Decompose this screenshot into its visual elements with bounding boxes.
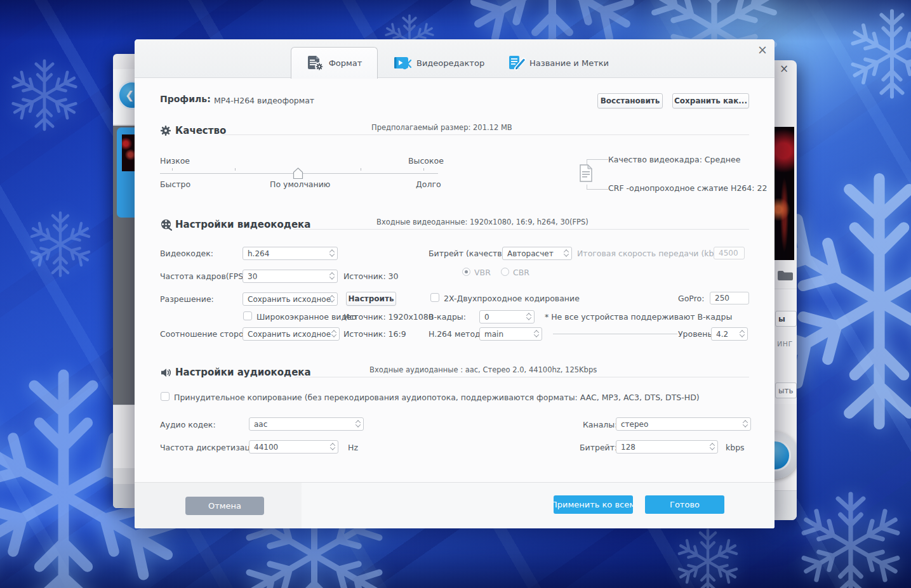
tab-editor[interactable]: Видеоредактор (394, 48, 495, 78)
resolution-label: Разрешение: (160, 294, 214, 304)
resolution-select[interactable]: Сохранить исходное (243, 292, 338, 306)
two-pass-label: 2X-Двухпроходное кодирование (444, 294, 580, 303)
slider-tick (361, 168, 361, 171)
gopro-label: GoPro: (678, 294, 704, 303)
stepper-arrows (527, 313, 531, 320)
video-input-info: Входные видеоданные: 1920x1080, 16:9, h2… (376, 218, 588, 226)
selected-video-item[interactable] (117, 127, 135, 218)
tab-tags[interactable]: Название и Метки (508, 48, 635, 78)
close-icon[interactable]: × (754, 41, 771, 58)
bframes-label: B-кадры: (429, 312, 466, 322)
tab-label: Название и Метки (529, 58, 609, 68)
folder-icon[interactable] (777, 270, 794, 281)
video-section-title: Настройки видеокодека (175, 219, 310, 230)
widescreen-label: Широкоэкранное видео (256, 312, 356, 322)
stepper-arrows (743, 420, 747, 428)
two-pass-checkbox[interactable] (430, 293, 439, 302)
audio-codec-label: Аудио кодек: (160, 420, 216, 429)
run-button-face (775, 440, 791, 471)
slider-label-default: По умолчанию (270, 180, 330, 189)
dialog-footer: Отмена Применить ко всем Готово (135, 482, 775, 528)
target-bitrate-input[interactable]: 4500 (714, 247, 745, 259)
stepper-arrows (332, 330, 336, 337)
profile-label: Профиль: (160, 94, 211, 104)
audio-codec-select[interactable]: aac (249, 417, 364, 431)
truncated-label: ИНГ (777, 340, 793, 348)
slider-tick (172, 168, 173, 171)
channels-label: Каналы: (583, 420, 617, 429)
slider-label-slow: Долго (416, 180, 441, 189)
bitrate-mode-select[interactable]: Авторасчет (502, 247, 572, 260)
apply-to-all-button[interactable]: Применить ко всем (554, 495, 633, 514)
truncated-button[interactable]: ыть (775, 382, 797, 398)
estimated-size-label: Предполагаемый размер: 201.12 MB (371, 123, 512, 132)
h264-method-select[interactable]: main (479, 327, 542, 341)
level-select[interactable]: 4.2 (711, 327, 748, 341)
gopro-input[interactable]: 250 (710, 292, 749, 304)
vbr-label: VBR (474, 268, 491, 277)
section-divider (293, 229, 749, 230)
crf-info: CRF -однопроходное сжатие H264: 22 (608, 183, 767, 193)
cbr-radio[interactable] (501, 268, 509, 276)
truncated-button[interactable]: ы (775, 311, 797, 327)
resolution-source: Источник: 1920x1080 (343, 312, 434, 322)
stepper-arrows (330, 249, 334, 257)
channels-select[interactable]: стерео (616, 417, 751, 431)
snowflake-decoration (673, 526, 743, 588)
film-scissors-icon (394, 55, 413, 70)
format-settings-dialog: Формат Видеоредактор (135, 39, 775, 528)
tab-label: Формат (329, 58, 362, 68)
force-copy-checkbox[interactable] (161, 392, 170, 401)
slider-tick (423, 168, 424, 171)
video-codec-select[interactable]: h.264 (243, 247, 338, 260)
sample-rate-select[interactable]: 44100 (249, 440, 338, 454)
quality-slider-handle[interactable] (293, 167, 303, 180)
tab-format[interactable]: Формат (291, 47, 378, 79)
fps-select[interactable]: 30 (243, 270, 338, 283)
video-codec-label: Видеокодек: (160, 249, 213, 258)
stepper-arrows (710, 443, 714, 450)
adjust-button[interactable]: Настроить (346, 292, 396, 306)
done-button[interactable]: Готово (645, 495, 724, 514)
snowflake-decoration (6, 57, 83, 133)
section-divider (222, 134, 749, 135)
quality-section-title: Качество (175, 125, 226, 136)
section-divider (295, 377, 749, 377)
fps-label: Частота кадров(FPS): (160, 271, 249, 281)
cancel-button[interactable]: Отмена (185, 497, 264, 515)
status-strip (113, 468, 135, 484)
stepper-arrows (356, 420, 360, 428)
bframes-select[interactable]: 0 (479, 310, 535, 323)
back-chevron: ❮ (125, 89, 134, 101)
vbr-radio[interactable] (462, 268, 470, 276)
audio-input-info: Входные аудиоданные : aac, Стерео 2.0, 4… (369, 365, 597, 374)
video-thumbnail (122, 134, 135, 171)
widescreen-checkbox[interactable] (243, 311, 252, 320)
level-label: Уровень: (678, 329, 715, 339)
stepper-arrows (564, 249, 568, 257)
sample-rate-label: Частота дискретизации: (160, 443, 263, 452)
slider-label-high: Высокое (408, 156, 444, 166)
close-icon[interactable]: × (780, 62, 788, 75)
save-as-button[interactable]: Сохранить как... (672, 93, 749, 108)
stepper-arrows (535, 330, 538, 337)
run-circle-button[interactable] (775, 432, 797, 479)
document-pencil-icon (508, 55, 526, 70)
main-app-window-left-edge: ❮ (113, 54, 135, 508)
audio-bitrate-select[interactable]: 128 (616, 440, 718, 454)
connector-line (587, 159, 608, 164)
divider-line (553, 334, 677, 334)
audio-section-title: Настройки аудиокодека (175, 367, 311, 378)
speaker-icon (160, 368, 172, 377)
aspect-select[interactable]: Сохранить исходное (243, 327, 340, 341)
tab-label: Видеоредактор (416, 58, 484, 68)
restore-button[interactable]: Восстановить (597, 93, 663, 108)
fps-source: Источник: 30 (343, 271, 398, 281)
audio-bitrate-unit: kbps (726, 443, 745, 452)
target-bitrate-label: Итоговая скорость передачи (kbps): (577, 249, 729, 258)
document-gear-icon (307, 55, 325, 71)
bframes-note: * Не все устройства поддерживают B-кадры (545, 312, 732, 322)
lower-panel (113, 405, 135, 468)
aspect-source: Источник: 16:9 (343, 329, 406, 339)
tab-bar: Формат Видеоредактор (135, 39, 775, 78)
